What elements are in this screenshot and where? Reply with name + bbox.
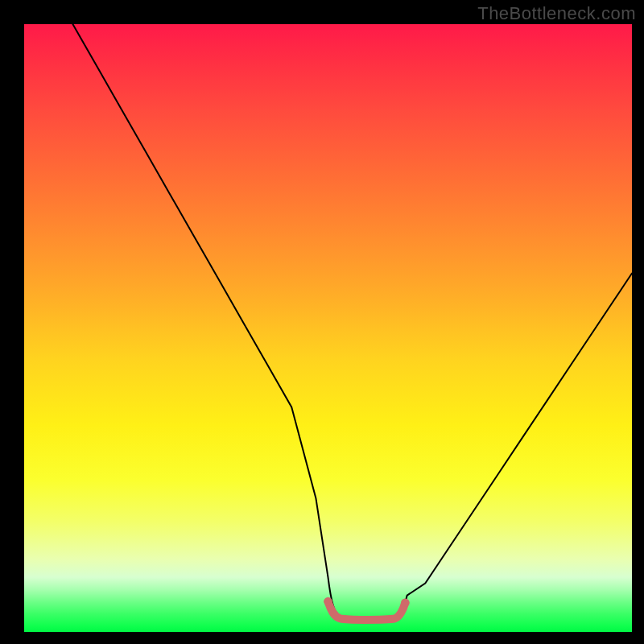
optimal-band — [328, 601, 406, 620]
plot-area — [24, 24, 632, 632]
curve-layer — [24, 24, 632, 632]
optimal-band-endcap-left — [324, 597, 332, 606]
optimal-band-endcap-right — [401, 598, 410, 607]
watermark-label: TheBottleneck.com — [477, 3, 636, 24]
chart-frame: TheBottleneck.com — [0, 0, 644, 644]
bottleneck-curve — [72, 24, 632, 620]
